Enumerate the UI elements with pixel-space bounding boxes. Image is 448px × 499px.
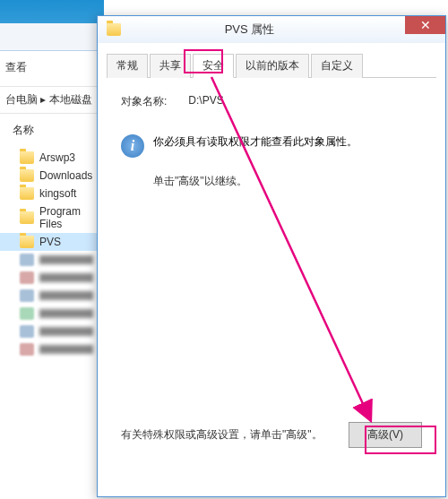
blurred-label bbox=[39, 309, 93, 318]
advanced-button[interactable]: 高级(V) bbox=[349, 422, 422, 448]
file-icon bbox=[20, 289, 34, 302]
tab-strip: 常规 共享 安全 以前的版本 自定义 bbox=[107, 54, 436, 78]
security-tab-content: 对象名称: D:\PVS i 你必须具有读取权限才能查看此对象属性。 单击"高级… bbox=[107, 78, 436, 216]
folder-icon bbox=[107, 23, 121, 36]
blurred-label bbox=[39, 327, 93, 336]
tab-security[interactable]: 安全 bbox=[193, 54, 234, 78]
folder-item[interactable]: Downloads bbox=[0, 167, 104, 185]
blurred-label bbox=[39, 345, 93, 354]
advanced-hint-text: 有关特殊权限或高级设置，请单击"高级"。 bbox=[121, 427, 341, 443]
close-button[interactable]: ✕ bbox=[405, 16, 445, 34]
dialog-titlebar[interactable]: PVS 属性 ✕ bbox=[98, 16, 445, 43]
blurred-label bbox=[39, 255, 93, 264]
tab-customize[interactable]: 自定义 bbox=[311, 54, 363, 78]
folder-item-selected[interactable]: PVS bbox=[0, 233, 104, 251]
file-icon bbox=[20, 325, 34, 338]
permission-info-message: 你必须具有读取权限才能查看此对象属性。 bbox=[153, 134, 358, 150]
explorer-ribbon-strip bbox=[0, 0, 104, 50]
info-icon: i bbox=[121, 134, 144, 158]
file-icon bbox=[20, 307, 34, 320]
explorer-name-header[interactable]: 名称 bbox=[0, 114, 104, 143]
folder-icon bbox=[20, 169, 34, 182]
folder-icon bbox=[20, 151, 34, 164]
folder-list: Arswp3 Downloads kingsoft Program Files … bbox=[0, 143, 104, 358]
close-icon: ✕ bbox=[420, 19, 431, 31]
file-icon bbox=[20, 343, 34, 356]
list-item[interactable] bbox=[0, 287, 104, 305]
list-item[interactable] bbox=[0, 323, 104, 340]
list-item[interactable] bbox=[0, 269, 104, 287]
file-icon bbox=[20, 254, 34, 266]
folder-label: Downloads bbox=[39, 169, 92, 182]
file-icon bbox=[20, 271, 34, 284]
object-name-label: 对象名称: bbox=[121, 94, 167, 109]
folder-label: kingsoft bbox=[39, 187, 76, 200]
list-item[interactable] bbox=[0, 305, 104, 323]
folder-icon bbox=[20, 236, 34, 248]
folder-label: Program Files bbox=[39, 205, 100, 230]
folder-item[interactable]: Program Files bbox=[0, 202, 104, 233]
explorer-view-tab[interactable]: 查看 bbox=[0, 51, 104, 87]
explorer-breadcrumb[interactable]: 台电脑 ▸ 本地磁盘 bbox=[0, 87, 104, 114]
file-explorer-background: 查看 台电脑 ▸ 本地磁盘 名称 Arswp3 Downloads kingso… bbox=[0, 50, 104, 480]
dialog-title: PVS 属性 bbox=[94, 22, 405, 38]
blurred-label bbox=[39, 273, 93, 282]
object-name-value: D:\PVS bbox=[188, 94, 223, 107]
folder-label: Arswp3 bbox=[39, 151, 75, 164]
tab-general[interactable]: 常规 bbox=[107, 54, 148, 78]
tab-previous-versions[interactable]: 以前的版本 bbox=[236, 54, 309, 78]
list-item[interactable] bbox=[0, 340, 104, 358]
continue-message: 单击"高级"以继续。 bbox=[153, 174, 422, 189]
folder-item[interactable]: Arswp3 bbox=[0, 149, 104, 167]
folder-icon bbox=[20, 187, 34, 200]
properties-dialog: PVS 属性 ✕ 常规 共享 安全 以前的版本 自定义 对象名称: D:\PVS… bbox=[97, 15, 446, 497]
list-item[interactable] bbox=[0, 251, 104, 269]
tab-sharing[interactable]: 共享 bbox=[150, 54, 191, 78]
folder-icon bbox=[20, 211, 34, 224]
folder-label: PVS bbox=[39, 236, 61, 248]
folder-item[interactable]: kingsoft bbox=[0, 185, 104, 202]
blurred-label bbox=[39, 291, 93, 300]
